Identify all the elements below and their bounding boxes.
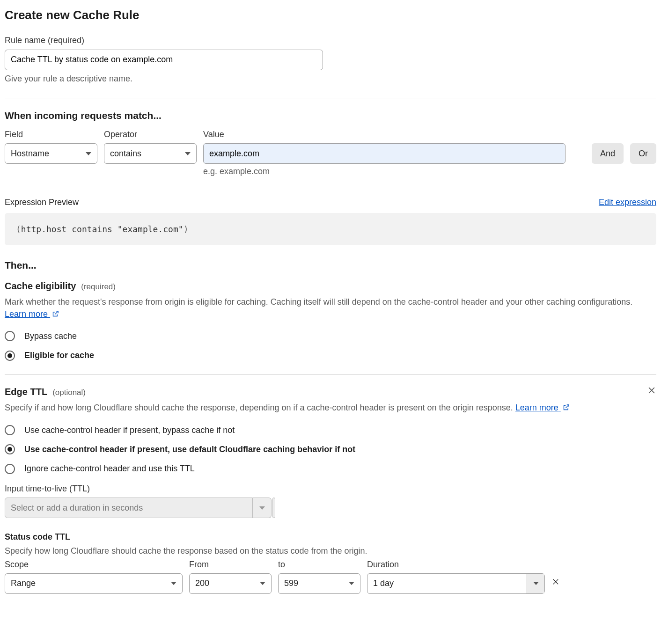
expression-preview-label: Expression Preview (5, 197, 79, 208)
external-link-icon (50, 309, 59, 319)
chevron-down-icon (349, 582, 354, 585)
operator-select-value: contains (110, 148, 141, 160)
external-link-icon (561, 403, 570, 412)
page-title: Create new Cache Rule (5, 7, 656, 23)
cache-eligibility-desc: Mark whether the request's response from… (5, 297, 632, 307)
ttl-trail (272, 498, 275, 518)
edge-ttl-opt-b-label: Use cache-control header if present, use… (24, 444, 355, 455)
bypass-cache-radio[interactable] (5, 331, 15, 341)
from-select[interactable]: 200 (189, 573, 272, 594)
edge-ttl-heading: Edge TTL (5, 387, 47, 397)
scope-select[interactable]: Range (5, 573, 183, 594)
edit-expression-link[interactable]: Edit expression (599, 197, 656, 208)
from-label: From (189, 559, 272, 571)
value-label: Value (203, 129, 585, 140)
ttl-caret (253, 498, 272, 518)
ttl-input: Select or add a duration in seconds (5, 498, 656, 518)
cache-eligibility-tag: (required) (81, 282, 116, 291)
to-label: to (278, 559, 360, 571)
status-code-ttl-heading: Status code TTL (5, 531, 656, 543)
eligible-for-cache-label: Eligible for cache (24, 350, 94, 361)
edge-ttl-opt-c-radio[interactable] (5, 464, 15, 474)
match-heading: When incoming requests match... (5, 109, 656, 122)
expression-preview-code: (http.host contains "example.com") (5, 213, 656, 245)
then-heading: Then... (5, 258, 656, 272)
operator-label: Operator (104, 129, 197, 140)
value-hint: e.g. example.com (203, 166, 585, 177)
duration-select[interactable]: 1 day (367, 573, 545, 594)
scope-select-value: Range (11, 578, 36, 589)
edge-ttl-opt-a-label: Use cache-control header if present, byp… (24, 424, 235, 436)
cache-eligibility-learn-more-link[interactable]: Learn more (5, 309, 50, 319)
field-select[interactable]: Hostname (5, 143, 97, 164)
or-button[interactable]: Or (630, 143, 656, 164)
field-label: Field (5, 129, 97, 140)
to-select-value: 599 (284, 578, 298, 589)
edge-ttl-opt-a-radio[interactable] (5, 425, 15, 435)
edge-ttl-opt-c-label: Ignore cache-control header and use this… (24, 463, 195, 475)
chevron-down-icon (185, 152, 191, 155)
ttl-input-label: Input time-to-live (TTL) (5, 483, 656, 495)
field-select-value: Hostname (11, 148, 49, 160)
edge-ttl-tag: (optional) (52, 388, 86, 397)
to-select[interactable]: 599 (278, 573, 360, 594)
eligible-for-cache-radio[interactable] (5, 351, 15, 361)
status-code-ttl-desc: Specify how long Cloudflare should cache… (5, 545, 656, 557)
edge-ttl-opt-b-radio[interactable] (5, 444, 15, 454)
chevron-down-icon (533, 582, 539, 585)
chevron-down-icon (86, 152, 91, 155)
edge-ttl-learn-more-link[interactable]: Learn more (515, 403, 561, 412)
from-select-value: 200 (195, 578, 209, 589)
duration-label: Duration (367, 559, 545, 571)
chevron-down-icon (260, 582, 265, 585)
chevron-down-icon (171, 582, 176, 585)
and-button[interactable]: And (592, 143, 624, 164)
rule-name-help: Give your rule a descriptive name. (5, 73, 656, 85)
rule-name-label: Rule name (required) (5, 35, 656, 46)
chevron-down-icon (259, 506, 265, 510)
edge-ttl-close-button[interactable] (647, 386, 656, 398)
ttl-input-placeholder: Select or add a duration in seconds (5, 498, 253, 518)
duration-select-value: 1 day (367, 578, 522, 589)
edge-ttl-desc: Specify if and how long Cloudflare shoul… (5, 403, 513, 412)
cache-eligibility-heading: Cache eligibility (5, 281, 76, 291)
bypass-cache-label: Bypass cache (24, 330, 77, 342)
status-row-remove-button[interactable] (551, 578, 560, 589)
value-input[interactable] (203, 143, 566, 164)
operator-select[interactable]: contains (104, 143, 197, 164)
rule-name-input[interactable] (5, 50, 323, 70)
scope-label: Scope (5, 559, 183, 571)
